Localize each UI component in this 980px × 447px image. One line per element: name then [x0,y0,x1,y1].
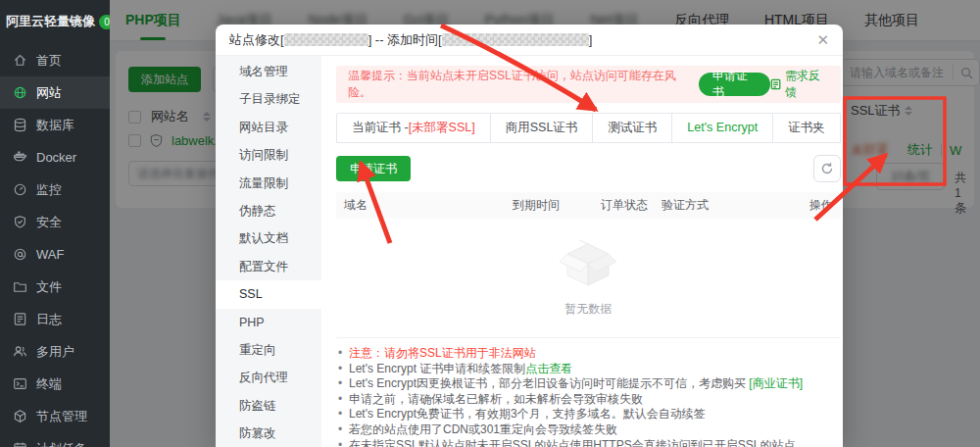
apply-cert-alert-button[interactable]: 申请证书 [699,73,770,96]
note-item: Let's Encrypt因更换根证书，部分老旧设备访问时可能提示不可信，考虑购… [336,376,841,392]
sidebar-item-label: 安全 [36,214,62,231]
empty-text: 暂无数据 [564,301,612,318]
app-logo-text: 阿里云轻量镜像 [6,13,95,30]
sidebar-item-数据库[interactable]: 数据库 [0,109,110,141]
sidebar-item-label: 监控 [36,181,62,199]
modal-menu-item-网站目录[interactable]: 网站目录 [216,114,321,141]
sidebar-item-节点管理[interactable]: 节点管理 [0,400,110,432]
sidebar-item-label: 文件 [36,278,62,296]
note-item: Let's Encrypt免费证书，有效期3个月，支持多域名。默认会自动续签 [336,407,841,422]
cert-tab-当前证书--[interactable]: 当前证书 -[未部署SSL] [336,113,491,142]
modal-menu-item-伪静态[interactable]: 伪静态 [216,197,321,224]
refresh-button[interactable] [813,155,841,182]
sidebar-item-label: Docker [36,150,76,165]
col-expire: 到期时间 [513,197,601,214]
sidebar-item-label: 多用户 [36,343,74,361]
sidebar-item-label: 日志 [36,311,62,328]
sidebar-nav: 首页网站数据库Docker监控安全WAF文件日志多用户终端节点管理计划任务 [0,44,110,447]
modal-header: 站点修改[] -- 添加时间[] ✕ [216,25,843,56]
col-verify-method: 验证方式 [662,197,794,214]
cert-tab-证书夹[interactable]: 证书夹 [773,113,841,142]
database-icon [13,118,27,132]
modal-menu-item-PHP[interactable]: PHP [216,309,321,336]
feedback-link[interactable]: 需求反馈 [770,68,829,101]
sidebar-item-终端[interactable]: 终端 [0,368,110,400]
modal-menu: 域名管理子目录绑定网站目录访问限制流量限制伪静态默认文档配置文件SSLPHP重定… [216,56,321,447]
cert-tab-测试证书[interactable]: 测试证书 [593,113,672,142]
nodes-icon [13,409,27,423]
monitor-icon [13,182,27,197]
sidebar-item-网站[interactable]: 网站 [0,76,110,109]
note-link[interactable]: 点击查看 [525,362,572,375]
modal-menu-item-防篡改[interactable]: 防篡改 [216,420,321,447]
empty-box-icon [558,238,618,287]
redacted-date [442,33,589,46]
note-link[interactable]: [商业证书] [749,376,803,390]
modal-menu-item-重定向[interactable]: 重定向 [216,336,321,364]
note-item: Let's Encrypt 证书申请和续签限制点击查看 [336,362,841,377]
cert-tab-商用SSL证书[interactable]: 商用SSL证书 [491,113,594,142]
alert-text: 温馨提示：当前站点未开启SSL证书访问，站点访问可能存在风险。 [348,68,677,101]
sidebar-item-文件[interactable]: 文件 [0,271,110,303]
modal-menu-item-域名管理[interactable]: 域名管理 [216,58,321,85]
files-icon [13,279,27,294]
col-actions: 操作 [794,197,833,214]
empty-state: 暂无数据 [336,238,841,318]
modal-menu-item-子目录绑定[interactable]: 子目录绑定 [216,85,321,113]
sidebar-item-WAF[interactable]: WAF [0,238,110,271]
home-icon [13,53,27,68]
ssl-warning-alert: 温馨提示：当前站点未开启SSL证书访问，站点访问可能存在风险。 申请证书 需求反… [336,66,841,103]
sidebar: 阿里云轻量镜像 0 首页网站数据库Docker监控安全WAF文件日志多用户终端节… [0,0,110,447]
site-edit-modal: 站点修改[] -- 添加时间[] ✕ 域名管理子目录绑定网站目录访问限制流量限制… [216,25,843,447]
notes-list: 注意：请勿将SSL证书用于非法网站Let's Encrypt 证书申请和续签限制… [336,346,841,447]
sidebar-item-多用户[interactable]: 多用户 [0,335,110,368]
divider [336,337,841,338]
docker-icon [13,150,27,165]
sidebar-item-label: 数据库 [36,117,74,134]
cron-icon [13,441,27,447]
sidebar-item-label: 节点管理 [36,408,87,425]
sidebar-item-label: 计划任务 [36,440,87,447]
cert-table-header: 域名 到期时间 订单状态 验证方式 操作 [336,192,841,219]
modal-title: 站点修改[] -- 添加时间[] [229,31,592,49]
col-order-status: 订单状态 [601,197,662,214]
website-icon [13,85,27,100]
apply-cert-button[interactable]: 申请证书 [336,156,411,181]
note-item: 若您的站点使用了CDN或301重定向会导致续签失败 [336,422,841,438]
modal-menu-item-SSL[interactable]: SSL [216,280,321,308]
cert-tabs: 当前证书 -[未部署SSL]商用SSL证书测试证书Let's Encrypt证书… [336,113,841,143]
note-item: 在未指定SSL默认站点时未开启SSL的站点使用HTTPS会直接访问到已开启SSL… [336,438,841,447]
sidebar-item-label: 终端 [36,375,62,393]
sidebar-item-日志[interactable]: 日志 [0,303,110,335]
sidebar-item-label: WAF [36,247,64,262]
cert-tab-Let's-Encrypt[interactable]: Let's Encrypt [672,113,773,142]
modal-menu-item-流量限制[interactable]: 流量限制 [216,170,321,197]
feedback-icon [770,78,781,90]
security-icon [13,215,27,229]
users-icon [13,344,27,359]
sidebar-item-监控[interactable]: 监控 [0,174,110,206]
terminal-icon [13,376,27,391]
refresh-icon [820,162,834,175]
app-logo: 阿里云轻量镜像 0 [0,0,110,40]
logs-icon [13,312,27,326]
redacted-site-name [284,33,368,46]
sidebar-item-计划任务[interactable]: 计划任务 [0,432,110,447]
note-item: 注意：请勿将SSL证书用于非法网站 [336,346,841,362]
sidebar-item-安全[interactable]: 安全 [0,206,110,238]
notification-badge: 0 [99,15,110,29]
modal-menu-item-访问限制[interactable]: 访问限制 [216,141,321,169]
modal-menu-item-防盗链[interactable]: 防盗链 [216,392,321,420]
col-domain: 域名 [344,197,513,214]
waf-icon [13,247,27,262]
sidebar-item-Docker[interactable]: Docker [0,141,110,174]
ssl-panel: 温馨提示：当前站点未开启SSL证书访问，站点访问可能存在风险。 申请证书 需求反… [321,56,843,447]
sidebar-item-label: 首页 [36,52,62,70]
modal-menu-item-反向代理[interactable]: 反向代理 [216,364,321,391]
modal-menu-item-配置文件[interactable]: 配置文件 [216,253,321,280]
close-icon[interactable]: ✕ [816,32,829,47]
sidebar-item-首页[interactable]: 首页 [0,44,110,76]
sidebar-item-label: 网站 [36,84,62,102]
note-item: 申请之前，请确保域名已解析，如未解析会导致审核失败 [336,392,841,408]
modal-menu-item-默认文档[interactable]: 默认文档 [216,224,321,252]
